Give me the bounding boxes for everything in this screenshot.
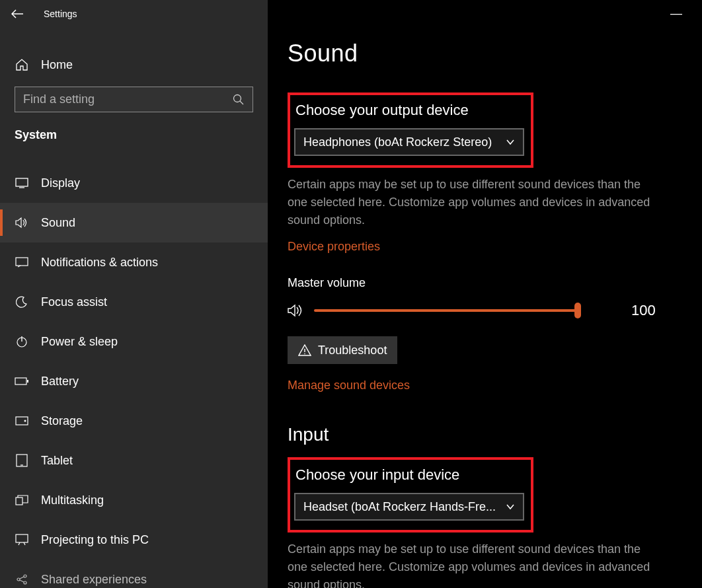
- choose-output-label: Choose your output device: [295, 102, 522, 119]
- sidebar-home[interactable]: Home: [0, 48, 268, 82]
- svg-point-17: [24, 581, 26, 584]
- sidebar-item-multitasking[interactable]: Multitasking: [0, 480, 268, 520]
- sidebar-item-power-sleep[interactable]: Power & sleep: [0, 322, 268, 361]
- sidebar-nav: Display Sound Notifications & actions Fo…: [0, 163, 268, 588]
- sidebar-item-label: Tablet: [41, 454, 73, 468]
- sidebar-item-projecting[interactable]: Projecting to this PC: [0, 520, 268, 560]
- app-title: Settings: [44, 9, 77, 19]
- sidebar-item-label: Notifications & actions: [41, 256, 158, 270]
- master-volume-label: Master volume: [288, 276, 686, 290]
- search-box[interactable]: [15, 87, 253, 112]
- display-icon: [15, 178, 29, 188]
- sidebar-item-label: Shared experiences: [41, 573, 147, 587]
- svg-rect-4: [16, 258, 28, 266]
- choose-input-label: Choose your input device: [295, 466, 522, 484]
- sidebar-category: System: [15, 128, 268, 142]
- back-button[interactable]: [11, 7, 24, 20]
- minimize-button[interactable]: —: [670, 7, 682, 20]
- volume-icon[interactable]: [288, 303, 307, 318]
- search-icon: [233, 94, 245, 106]
- output-device-properties-link[interactable]: Device properties: [288, 240, 380, 254]
- sidebar-item-label: Display: [41, 176, 80, 190]
- titlebar: Settings: [0, 0, 268, 28]
- main-content: — Sound Choose your output device Headph…: [268, 0, 702, 588]
- output-device-highlight: Choose your output device Headphones (bo…: [288, 92, 533, 168]
- output-description: Certain apps may be set up to use differ…: [288, 176, 658, 229]
- input-device-dropdown[interactable]: Headset (boAt Rockerz Hands-Fre...: [294, 493, 524, 521]
- sidebar: Settings Home System Display Sound: [0, 0, 268, 588]
- slider-thumb[interactable]: [574, 303, 581, 318]
- troubleshoot-label: Troubleshoot: [318, 344, 387, 357]
- tablet-icon: [15, 454, 29, 467]
- svg-point-21: [304, 353, 305, 355]
- home-label: Home: [41, 58, 73, 72]
- svg-rect-7: [15, 378, 26, 385]
- sidebar-item-display[interactable]: Display: [0, 163, 268, 203]
- svg-rect-8: [27, 380, 28, 383]
- svg-line-18: [20, 577, 24, 579]
- sidebar-item-label: Focus assist: [41, 295, 107, 309]
- troubleshoot-button[interactable]: Troubleshoot: [288, 336, 397, 364]
- battery-icon: [15, 377, 29, 385]
- svg-point-10: [24, 420, 26, 422]
- moon-icon: [15, 296, 29, 308]
- sidebar-item-label: Projecting to this PC: [41, 533, 149, 547]
- page-title: Sound: [288, 40, 686, 67]
- sidebar-item-notifications[interactable]: Notifications & actions: [0, 242, 268, 282]
- chevron-down-icon: [506, 502, 515, 511]
- share-icon: [15, 573, 29, 585]
- svg-rect-2: [16, 178, 28, 186]
- storage-icon: [15, 416, 29, 425]
- output-device-selected: Headphones (boAt Rockerz Stereo): [303, 135, 506, 149]
- svg-rect-13: [16, 497, 22, 505]
- master-volume-slider[interactable]: [314, 309, 578, 312]
- svg-point-16: [24, 575, 26, 577]
- input-description: Certain apps may be set up to use differ…: [288, 540, 658, 588]
- sidebar-item-label: Sound: [41, 216, 75, 230]
- input-device-highlight: Choose your input device Headset (boAt R…: [288, 457, 533, 533]
- sidebar-item-label: Multitasking: [41, 494, 104, 507]
- sidebar-item-shared-experiences[interactable]: Shared experiences: [0, 560, 268, 588]
- manage-sound-devices-link[interactable]: Manage sound devices: [288, 379, 410, 392]
- svg-line-19: [20, 580, 24, 582]
- sidebar-item-label: Storage: [41, 414, 83, 428]
- master-volume-row: 100: [288, 302, 686, 319]
- output-device-dropdown[interactable]: Headphones (boAt Rockerz Stereo): [294, 128, 524, 156]
- warning-icon: [298, 344, 311, 356]
- svg-line-1: [240, 101, 243, 104]
- sidebar-item-label: Battery: [41, 375, 79, 388]
- home-icon: [15, 58, 29, 71]
- sidebar-item-label: Power & sleep: [41, 335, 118, 349]
- power-icon: [15, 336, 29, 348]
- svg-rect-11: [17, 455, 27, 466]
- sidebar-item-sound[interactable]: Sound: [0, 203, 268, 242]
- chevron-down-icon: [506, 137, 515, 147]
- input-heading: Input: [288, 424, 686, 445]
- projecting-icon: [15, 534, 29, 546]
- sidebar-item-tablet[interactable]: Tablet: [0, 441, 268, 480]
- notifications-icon: [15, 257, 29, 268]
- sidebar-item-focus-assist[interactable]: Focus assist: [0, 282, 268, 322]
- multitasking-icon: [15, 495, 29, 505]
- svg-rect-14: [16, 534, 28, 542]
- svg-point-15: [17, 578, 20, 581]
- sidebar-item-storage[interactable]: Storage: [0, 401, 268, 441]
- sidebar-item-battery[interactable]: Battery: [0, 361, 268, 401]
- master-volume-value: 100: [631, 302, 656, 319]
- input-device-selected: Headset (boAt Rockerz Hands-Fre...: [303, 500, 506, 514]
- arrow-left-icon: [11, 9, 23, 18]
- search-input[interactable]: [23, 92, 233, 106]
- sound-icon: [15, 217, 29, 229]
- svg-point-0: [234, 94, 241, 102]
